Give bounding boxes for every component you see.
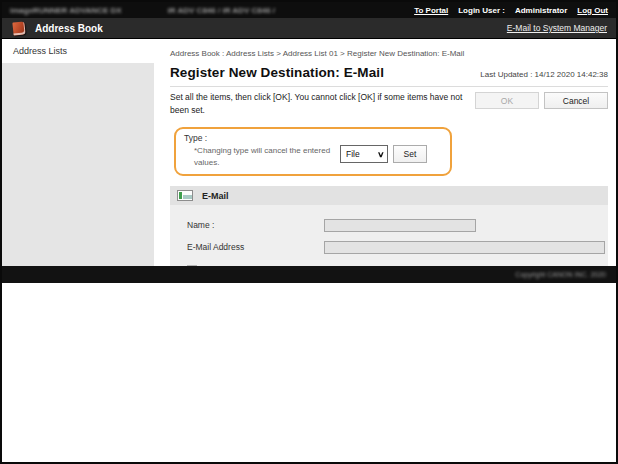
- ok-button[interactable]: OK: [475, 92, 539, 109]
- device-name-blurred: iR ADV C846 / iR ADV C846 /: [168, 6, 275, 15]
- type-body: *Changing type will cancel the entered v…: [184, 145, 442, 169]
- action-buttons: OK Cancel: [475, 91, 608, 117]
- last-updated: Last Updated : 14/12 2020 14:42:38: [480, 70, 608, 80]
- copyright-blurred: Copyright CANON INC. 2020: [515, 271, 606, 278]
- name-row: Name :: [187, 214, 608, 236]
- email-section: E-Mail Name : E-Mail Address Divide Data: [170, 186, 608, 266]
- log-out-link[interactable]: Log Out: [577, 6, 608, 15]
- email-section-body: Name : E-Mail Address Divide Data: [170, 205, 608, 266]
- email-address-row: E-Mail Address: [187, 236, 608, 258]
- name-label: Name :: [187, 220, 324, 230]
- footer-bar: Copyright CANON INC. 2020: [2, 266, 616, 283]
- divide-data-row: Divide Data: [187, 260, 608, 266]
- title-row: Register New Destination: E-Mail Last Up…: [170, 65, 608, 80]
- type-select[interactable]: File ∨: [340, 145, 388, 163]
- login-user-value: Administrator: [515, 6, 567, 15]
- set-button[interactable]: Set: [393, 145, 427, 163]
- email-section-header: E-Mail: [170, 186, 608, 205]
- type-select-value: File: [346, 149, 360, 159]
- top-bar: imageRUNNER ADVANCE DX iR ADV C846 / iR …: [2, 2, 616, 18]
- name-input[interactable]: [324, 219, 476, 232]
- type-controls: File ∨ Set: [340, 145, 427, 163]
- app-header: Address Book E-Mail to System Manager: [2, 18, 616, 39]
- sidebar-item-address-lists[interactable]: Address Lists: [2, 39, 154, 63]
- sidebar: Address Lists: [2, 39, 154, 266]
- remote-ui-window: imageRUNNER ADVANCE DX iR ADV C846 / iR …: [0, 0, 618, 464]
- email-to-system-manager-link[interactable]: E-Mail to System Manager: [507, 23, 607, 33]
- title-divider: [170, 86, 608, 87]
- cancel-button[interactable]: Cancel: [544, 92, 608, 109]
- email-address-input[interactable]: [324, 241, 605, 254]
- page-title: Register New Destination: E-Mail: [170, 65, 384, 80]
- divide-data-label: Divide Data: [204, 265, 248, 266]
- instruction-row: Set all the items, then click [OK]. You …: [170, 91, 608, 117]
- email-section-title: E-Mail: [202, 191, 229, 201]
- instruction-text: Set all the items, then click [OK]. You …: [170, 91, 475, 117]
- to-portal-link[interactable]: To Portal: [414, 6, 448, 15]
- type-highlight-callout: Type : *Changing type will cancel the en…: [174, 127, 452, 176]
- top-bar-links: To Portal Login User : Administrator Log…: [414, 6, 608, 15]
- email-icon: [177, 190, 193, 201]
- app-title: Address Book: [35, 23, 103, 34]
- content-area: Address Book : Address Lists > Address L…: [154, 39, 616, 266]
- device-model-blurred: imageRUNNER ADVANCE DX: [10, 6, 122, 15]
- main-row: Address Lists Address Book : Address Lis…: [2, 39, 616, 266]
- type-label: Type :: [184, 133, 442, 143]
- chevron-down-icon: ∨: [377, 150, 385, 159]
- login-user-label: Login User :: [458, 6, 505, 15]
- breadcrumb[interactable]: Address Book : Address Lists > Address L…: [170, 49, 608, 58]
- divide-data-checkbox[interactable]: [187, 265, 197, 266]
- email-address-label: E-Mail Address: [187, 242, 324, 252]
- address-book-icon: [12, 21, 25, 35]
- type-note: *Changing type will cancel the entered v…: [194, 145, 332, 169]
